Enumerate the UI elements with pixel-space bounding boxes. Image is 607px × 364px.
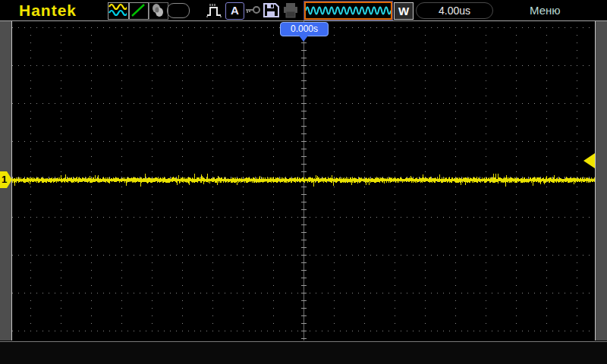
top-toolbar: Hantek [0,0,607,21]
time-offset-marker-pointer [299,36,308,42]
auto-mode-letter: A [231,4,239,17]
timebase-value[interactable]: 4.00us [416,2,493,19]
waveform-preview-icon[interactable] [304,2,392,20]
right-rail [595,21,607,340]
pulse-capture-icon[interactable] [206,2,224,18]
channel1-badge-number: 1 [1,174,8,185]
lock-key-icon[interactable] [244,2,261,18]
hantek-logo: Hantek [19,2,77,20]
scope-graticule-area [12,21,595,340]
bottom-status-bar: DC 20 2.00V CH1 1.04V [0,341,607,364]
scope-display [12,21,595,340]
channel1-position-marker-tip [7,171,12,188]
menu-button[interactable]: Меню [530,4,561,17]
save-floppy-icon[interactable] [262,2,280,18]
window-mode-letter: W [398,5,409,17]
measure-line-icon[interactable] [129,2,149,20]
window-mode-icon[interactable]: W [394,2,414,20]
time-offset-marker[interactable]: 0.000s [280,22,329,36]
auto-mode-icon[interactable]: A [225,2,244,20]
print-icon[interactable] [281,2,300,18]
fingerprint-icon[interactable] [149,2,168,20]
oscilloscope-screen: Hantek [0,0,607,364]
channel-waves-icon[interactable] [108,2,129,20]
trigger-level-arrow[interactable] [583,153,595,168]
empty-slot-outline [167,3,190,18]
